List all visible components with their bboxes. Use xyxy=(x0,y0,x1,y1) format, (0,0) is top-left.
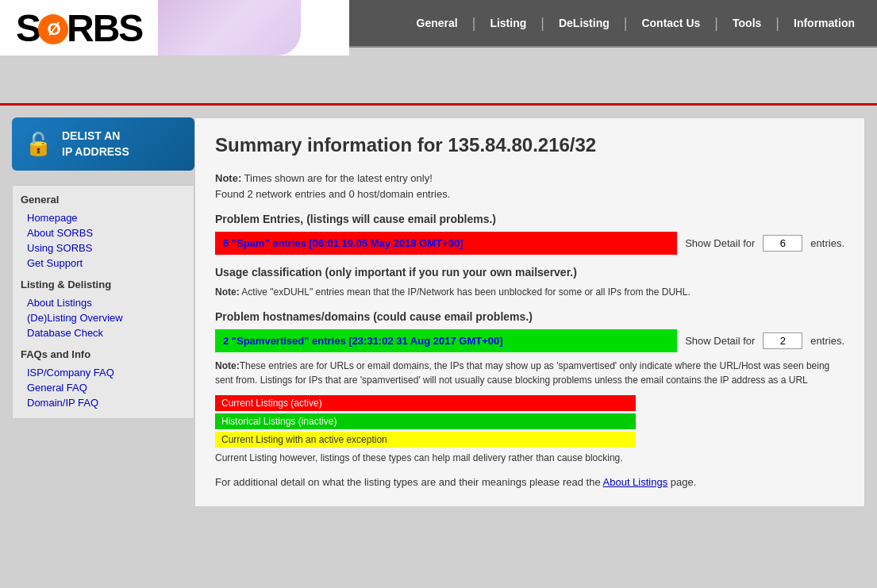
nav-listing[interactable]: Listing xyxy=(475,10,540,36)
spamvertised-note-text: These entries are for URLs or email doma… xyxy=(215,360,829,386)
sidebar-section-listing: Listing & Delisting xyxy=(21,279,186,290)
sidebar-link-general-faq[interactable]: General FAQ xyxy=(21,380,186,395)
top-navigation: SØRBS General | Listing | DeListing | Co… xyxy=(0,0,877,48)
spamvertised-entry-row: 2 "Spamvertised" entries [23:31:02 31 Au… xyxy=(215,329,844,352)
sidebar-section-faqs: FAQs and Info xyxy=(21,348,186,360)
sidebar-link-isp-faq[interactable]: ISP/Company FAQ xyxy=(21,365,186,380)
show-detail-label-1: Show Detail for xyxy=(685,237,755,249)
problem-entries-heading: Problem Entries, (listings will cause em… xyxy=(215,213,844,225)
sidebar-link-homepage[interactable]: Homepage xyxy=(21,210,186,225)
entries-input-1[interactable] xyxy=(763,235,802,252)
usage-note: Note: Active "exDUHL" entries mean that … xyxy=(215,285,844,299)
about-listings-link[interactable]: About Listings xyxy=(603,476,668,488)
legend: Current Listings (active) Historical Lis… xyxy=(215,395,844,465)
nav-information[interactable]: Information xyxy=(779,10,869,36)
note-block: Note: Times shown are for the latest ent… xyxy=(215,171,844,202)
entries-label-2: entries. xyxy=(810,335,844,347)
footer-text2: page. xyxy=(667,476,696,488)
usage-note-text: Active "exDUHL" entries mean that the IP… xyxy=(240,286,690,298)
sidebar-link-get-support[interactable]: Get Support xyxy=(21,256,186,271)
legend-inactive: Historical Listings (inactive) xyxy=(215,413,636,429)
site-logo: SØRBS xyxy=(0,2,158,54)
exception-note: Current Listing however, listings of the… xyxy=(215,451,844,465)
nav-contact[interactable]: Contact Us xyxy=(627,10,714,36)
sidebar-link-using-sorbs[interactable]: Using SORBS xyxy=(21,240,186,256)
note-line2: Found 2 network entries and 0 host/domai… xyxy=(215,188,450,200)
sidebar-link-delisting-overview[interactable]: (De)Listing Overview xyxy=(21,310,186,325)
page-title: Summary information for 135.84.80.216/32 xyxy=(215,134,844,156)
logo-circle: Ø xyxy=(38,14,68,44)
nav-delisting[interactable]: DeListing xyxy=(544,10,624,36)
nav-general[interactable]: General xyxy=(402,10,472,36)
note-text: Times shown are for the latest entry onl… xyxy=(241,172,433,184)
spam-entry-row: 6 "Spam" entries [06:01 19.05 May 2018 G… xyxy=(215,232,844,255)
footer-note: For additional detail on what the listin… xyxy=(215,475,844,490)
sidebar: 🔓 DELIST AN IP ADDRESS General Homepage … xyxy=(12,117,194,507)
sidebar-nav: General Homepage About SORBS Using SORBS… xyxy=(12,185,194,419)
nav-items: General | Listing | DeListing | Contact … xyxy=(402,10,869,36)
sidebar-link-domain-faq[interactable]: Domain/IP FAQ xyxy=(21,395,186,410)
legend-row-active: Current Listings (active) xyxy=(215,395,844,411)
delist-button[interactable]: 🔓 DELIST AN IP ADDRESS xyxy=(12,117,194,171)
spamvertised-note: Note:These entries are for URLs or email… xyxy=(215,359,844,387)
nav-tools[interactable]: Tools xyxy=(718,10,775,36)
sidebar-link-about-sorbs[interactable]: About SORBS xyxy=(21,225,186,240)
usage-note-bold: Note: xyxy=(215,286,240,298)
legend-exception: Current Listing with an active exception xyxy=(215,432,636,448)
spam-entry-bar[interactable]: 6 "Spam" entries [06:01 19.05 May 2018 G… xyxy=(215,232,677,255)
content-area: Summary information for 135.84.80.216/32… xyxy=(194,117,865,507)
sidebar-link-about-listings[interactable]: About Listings xyxy=(21,295,186,310)
sidebar-link-database-check[interactable]: Database Check xyxy=(21,325,186,340)
delist-line1: DELIST AN xyxy=(62,129,129,144)
show-detail-label-2: Show Detail for xyxy=(685,335,755,347)
lock-icon: 🔓 xyxy=(25,131,52,157)
usage-heading: Usage classification (only important if … xyxy=(215,266,844,279)
legend-active: Current Listings (active) xyxy=(215,395,636,411)
sidebar-section-general: General xyxy=(21,194,186,206)
problem-hostnames-heading: Problem hostnames/domains (could cause e… xyxy=(215,310,844,323)
spamvertised-entry-bar[interactable]: 2 "Spamvertised" entries [23:31:02 31 Au… xyxy=(215,329,677,352)
delist-line2: IP ADDRESS xyxy=(62,144,129,160)
footer-text: For additional detail on what the listin… xyxy=(215,476,603,488)
legend-row-inactive: Historical Listings (inactive) xyxy=(215,413,844,429)
entries-input-2[interactable] xyxy=(763,332,802,349)
main-wrapper: 🔓 DELIST AN IP ADDRESS General Homepage … xyxy=(0,106,877,519)
legend-row-exception: Current Listing with an active exception xyxy=(215,432,844,448)
entries-label-1: entries. xyxy=(810,237,844,249)
note-bold: Note: xyxy=(215,172,241,184)
spamvertised-note-bold: Note: xyxy=(215,360,240,371)
delist-text: DELIST AN IP ADDRESS xyxy=(62,129,129,159)
